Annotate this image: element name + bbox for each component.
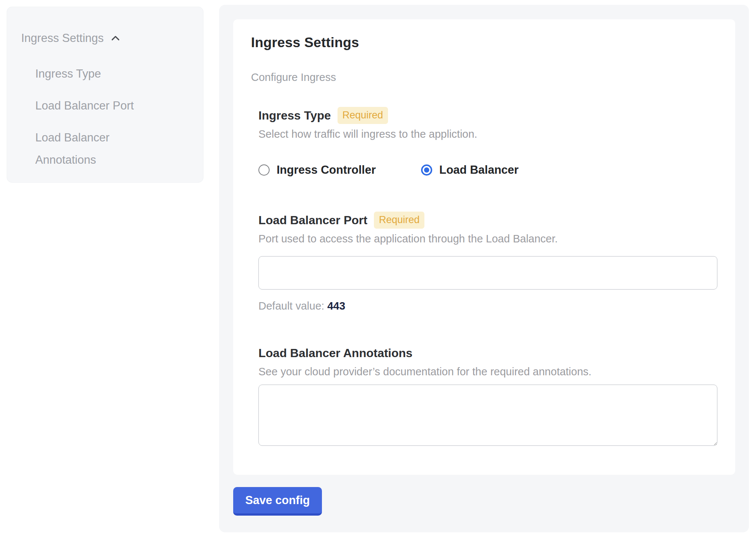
sidebar-group-label: Ingress Settings <box>21 31 104 46</box>
page-subtitle: Configure Ingress <box>251 71 717 84</box>
section-load-balancer-annotations: Load Balancer Annotations See your cloud… <box>258 344 717 446</box>
load-balancer-port-description: Port used to access the application thro… <box>258 232 717 246</box>
required-badge: Required <box>374 212 424 229</box>
default-value-label: Default value: <box>258 300 324 312</box>
load-balancer-radio[interactable]: Load Balancer <box>421 163 519 177</box>
section-ingress-type: Ingress Type Required Select how traffic… <box>258 107 717 141</box>
load-balancer-annotations-label: Load Balancer Annotations <box>258 346 413 360</box>
main-panel: Ingress Settings Configure Ingress Ingre… <box>219 5 749 532</box>
sidebar-group-ingress-settings[interactable]: Ingress Settings <box>21 31 192 46</box>
required-badge: Required <box>338 107 388 124</box>
ingress-type-radio-group: Ingress Controller Load Balancer <box>258 163 717 177</box>
ingress-type-label: Ingress Type <box>258 109 331 122</box>
section-load-balancer-port: Load Balancer Port Required Port used to… <box>258 212 717 313</box>
sidebar-item-load-balancer-annotations[interactable]: Load Balancer Annotations <box>35 127 154 171</box>
settings-sidebar: Ingress Settings Ingress Type Load Balan… <box>7 7 203 183</box>
default-value-number: 443 <box>327 300 345 312</box>
radio-checked-icon[interactable] <box>421 164 432 176</box>
default-value-text: Default value: 443 <box>258 299 717 313</box>
chevron-up-icon <box>110 32 121 44</box>
load-balancer-annotations-textarea[interactable] <box>258 385 717 446</box>
load-balancer-radio-label: Load Balancer <box>439 163 519 177</box>
page-title: Ingress Settings <box>251 34 717 51</box>
radio-unchecked-icon[interactable] <box>258 164 270 176</box>
sidebar-item-load-balancer-port[interactable]: Load Balancer Port <box>35 95 154 117</box>
save-config-button[interactable]: Save config <box>233 487 322 516</box>
ingress-controller-radio-label: Ingress Controller <box>277 163 376 177</box>
ingress-settings-card: Ingress Settings Configure Ingress Ingre… <box>233 19 735 475</box>
ingress-controller-radio[interactable]: Ingress Controller <box>258 163 376 177</box>
load-balancer-annotations-description: See your cloud provider’s documentation … <box>258 365 717 379</box>
load-balancer-port-input[interactable] <box>258 256 717 290</box>
ingress-type-description: Select how traffic will ingress to the a… <box>258 127 717 141</box>
sidebar-nav: Ingress Type Load Balancer Port Load Bal… <box>35 63 192 171</box>
load-balancer-port-label: Load Balancer Port <box>258 213 367 227</box>
sidebar-item-ingress-type[interactable]: Ingress Type <box>35 63 154 85</box>
